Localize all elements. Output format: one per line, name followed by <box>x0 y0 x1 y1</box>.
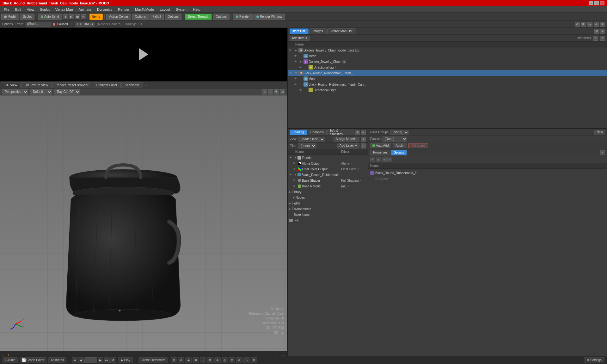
transport-icon-3[interactable]: ◈ <box>185 357 192 363</box>
transport-icon-12[interactable]: ⊞ <box>251 357 257 363</box>
falloff-button[interactable]: Falloff <box>150 14 164 20</box>
base-material-arrow[interactable]: ▼ <box>347 185 350 188</box>
eye-icon-trash-light[interactable]: 👁 <box>299 88 305 92</box>
tab-render-preset[interactable]: Render Preset Browser <box>52 82 92 88</box>
eye-base-material[interactable]: 👁 <box>293 185 298 188</box>
vp-icon-1[interactable]: ⚙ <box>575 22 580 27</box>
graph-editor-button[interactable]: 📈 Graph Editor <box>20 357 47 363</box>
menu-edit[interactable]: Edit <box>13 7 24 12</box>
options2-button[interactable]: Options <box>165 14 181 20</box>
add-layer-button[interactable]: Add Layer ▼ <box>337 143 359 149</box>
vp-icon-5[interactable]: ⊞ <box>600 22 605 27</box>
shader-item-library[interactable]: ▶ Library <box>288 189 368 195</box>
transport-icon-2[interactable]: ⊕ <box>178 357 184 363</box>
assign-material-button[interactable]: Assign Material <box>334 137 359 142</box>
vp-icon-2[interactable]: 🔍 <box>581 22 586 27</box>
eye-icon-trash-item[interactable]: 👁 <box>294 83 300 86</box>
shading-dropdown[interactable]: Default <box>30 89 52 94</box>
animated-button[interactable]: Animated <box>48 357 66 363</box>
menu-sculpt[interactable]: Sculpt <box>37 7 52 12</box>
transport-icon-8[interactable]: ◎ <box>222 357 228 363</box>
shader-item-environments[interactable]: ▶ Environments <box>288 206 368 212</box>
eye-icon-trash-file[interactable]: 👁 <box>289 71 295 75</box>
shader-item-render[interactable]: 👁 ▼ Render <box>288 155 368 161</box>
shader-f-btn[interactable]: F <box>361 137 366 142</box>
shader-item-bake[interactable]: Bake Items <box>288 212 368 217</box>
eye-alpha[interactable]: 👁 <box>293 162 298 165</box>
final-color-arrow[interactable]: ▼ <box>357 168 359 171</box>
shader-tree-dropdown[interactable]: Shader Tree <box>298 137 325 142</box>
tree-row-trash-file[interactable]: 👁 ▼ ⊞ Black_Round_Rubbermaid_Trash_... <box>288 70 607 76</box>
pb-loop[interactable]: ↺ <box>110 357 116 363</box>
auto-add-button[interactable]: Auto Add <box>370 143 391 148</box>
minimize-button[interactable]: − <box>589 1 593 5</box>
shader-item-base-shader[interactable]: 👁 Base Shader Full Shading ▼ <box>288 178 368 183</box>
groups-icon-3[interactable]: ◈ <box>382 157 387 162</box>
menu-dynamics[interactable]: Dynamics <box>95 7 115 12</box>
settings-button[interactable]: ⚙ Settings <box>584 357 604 363</box>
mode-model-button[interactable]: Model <box>1 14 19 20</box>
transport-icon-11[interactable]: ▷ <box>243 357 250 363</box>
groups-icon-2[interactable]: ⊞ <box>376 157 381 162</box>
tab-info-statistics[interactable]: Info & Statistics <box>327 130 354 135</box>
transport-icon-10[interactable]: ⊕ <box>236 357 242 363</box>
raygl-dropdown[interactable]: Ray GL: Off <box>54 89 80 94</box>
vp-ctrl-4[interactable]: ⊞ <box>280 89 285 94</box>
vp-ctrl-1[interactable]: ⚙ <box>262 89 267 94</box>
menu-help[interactable]: Help <box>191 7 203 12</box>
shader-item-final-color[interactable]: 👁 Final Color Output Final Color ▼ <box>288 166 368 172</box>
shading-panel-icon-2[interactable]: ⊕ <box>361 130 366 135</box>
tab-gradient-editor[interactable]: Gradient Editor <box>93 82 121 88</box>
eye-icon-jewelry-light[interactable]: 👁 <box>299 66 305 69</box>
vp-ctrl-3[interactable]: 🔍 <box>274 89 279 94</box>
eye-icon-jewelry-file[interactable]: 👁 <box>289 49 295 52</box>
group-item-black-round[interactable]: Black_Round_Rubbermaid_T... <box>370 170 605 176</box>
transport-icon-9[interactable]: ⊞ <box>229 357 235 363</box>
new-group-button[interactable]: New <box>594 130 605 135</box>
transport-icon-5[interactable]: ▭ <box>200 357 206 363</box>
tab-properties[interactable]: Properties <box>370 150 390 155</box>
pb-next-frame[interactable]: ▶ <box>98 357 103 363</box>
transport-icon-4[interactable]: ⊞ <box>193 357 199 363</box>
filter-s-btn[interactable]: S <box>593 36 598 41</box>
shader-s-btn[interactable]: S <box>361 143 366 149</box>
vp-icon-4[interactable]: ⊕ <box>594 22 599 27</box>
render-button[interactable]: Render <box>233 14 253 20</box>
tree-row-jewelry-chain[interactable]: 👁 ▶ ◈ Golden_Jewelry_Chain 1 <box>288 59 607 64</box>
pb-first-frame[interactable]: ⏮ <box>72 357 77 363</box>
shading-panel-icon-1[interactable]: ⊞ <box>355 130 360 135</box>
play-button[interactable]: ▶ Play <box>118 357 133 363</box>
shader-item-nodes[interactable]: ▶ Nodes <box>288 195 368 200</box>
eye-base-shader[interactable]: 👁 <box>293 179 298 182</box>
transport-icon-7[interactable]: ⊕ <box>214 357 221 363</box>
select-through-button[interactable]: Select Through <box>185 14 212 20</box>
passes-dropdown[interactable]: (None) <box>382 136 407 142</box>
tab-channels[interactable]: Channels <box>308 130 327 135</box>
groups-icon-4[interactable]: ▭ <box>387 157 392 162</box>
eye-black-round[interactable]: 👁 <box>289 173 294 176</box>
transport-icon-6[interactable]: ⊠ <box>207 357 213 363</box>
menu-vertex-map[interactable]: Vertex Map <box>53 7 76 12</box>
panel-icon-2[interactable]: ⊕ <box>600 29 605 34</box>
undo-button[interactable]: ◀ <box>63 14 68 19</box>
frame-number-input[interactable] <box>84 357 97 363</box>
menu-system[interactable]: System <box>173 7 190 12</box>
menu-layout[interactable]: Layout <box>157 7 173 12</box>
tab-shading[interactable]: Shading <box>290 130 307 135</box>
items-button[interactable]: Items <box>89 14 103 20</box>
menu-view[interactable]: View <box>24 7 37 12</box>
alpha-dropdown-arrow[interactable]: ▼ <box>350 162 353 165</box>
shader-item-lights[interactable]: ▶ Lights <box>288 200 368 206</box>
tree-row-trash-item[interactable]: 👁 ▭ Black_Round_Rubbermaid_Trash_Can... <box>288 82 607 87</box>
shader-item-fx[interactable]: FX <box>288 217 368 223</box>
tree-row-jewelry-light[interactable]: 👁 ✦ Directional Light <box>288 64 607 70</box>
vp-icon-3[interactable]: ◈ <box>587 22 592 27</box>
shader-item-alpha[interactable]: 👁 Alpha Output Alpha ▼ <box>288 161 368 166</box>
action-center-button[interactable]: Action Center <box>106 14 131 20</box>
tab-images[interactable]: Images <box>309 28 327 34</box>
perspective-dropdown[interactable]: Perspective <box>2 89 28 94</box>
tab-schematic[interactable]: Schematic <box>121 82 143 88</box>
auto-send-button[interactable]: Auto Send <box>38 14 62 20</box>
undo-redo-button[interactable]: ◀▶ <box>75 14 80 19</box>
shader-item-black-round[interactable]: 👁 ▼ Black_Round_Rubbermaid <box>288 172 368 178</box>
